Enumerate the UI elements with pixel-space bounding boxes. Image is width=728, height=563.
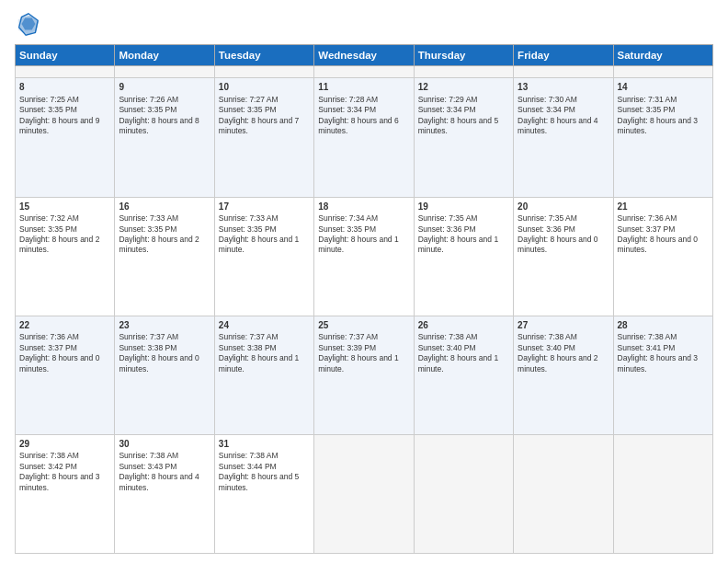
calendar-cell: 16Sunrise: 7:33 AMSunset: 3:35 PMDayligh… (115, 197, 214, 316)
sunrise-text: Sunrise: 7:31 AM (618, 95, 677, 104)
day-number: 30 (119, 438, 210, 451)
day-number: 23 (119, 319, 210, 332)
logo-icon (15, 11, 40, 37)
calendar-cell: 20Sunrise: 7:35 AMSunset: 3:36 PMDayligh… (514, 197, 613, 316)
sunset-text: Sunset: 3:44 PM (219, 462, 277, 471)
calendar-cell: 9Sunrise: 7:26 AMSunset: 3:35 PMDaylight… (115, 78, 214, 197)
sunrise-text: Sunrise: 7:37 AM (119, 332, 178, 341)
day-number: 10 (219, 81, 310, 94)
calendar-cell (613, 66, 712, 78)
daylight-text: Daylight: 8 hours and 2 minutes. (19, 235, 99, 254)
sunrise-text: Sunrise: 7:33 AM (119, 213, 178, 223)
sunrise-text: Sunrise: 7:37 AM (219, 332, 279, 341)
calendar-header-wednesday: Wednesday (314, 45, 414, 66)
day-number: 26 (418, 319, 509, 332)
sunrise-text: Sunrise: 7:35 AM (418, 213, 478, 223)
calendar-cell (16, 66, 115, 78)
sunrise-text: Sunrise: 7:34 AM (318, 213, 378, 223)
sunrise-text: Sunrise: 7:38 AM (618, 332, 677, 341)
sunrise-text: Sunrise: 7:36 AM (618, 213, 677, 223)
sunset-text: Sunset: 3:35 PM (219, 105, 277, 114)
page: SundayMondayTuesdayWednesdayThursdayFrid… (0, 0, 728, 563)
daylight-text: Daylight: 8 hours and 0 minutes. (618, 235, 698, 254)
sunset-text: Sunset: 3:34 PM (318, 105, 376, 114)
calendar-cell: 11Sunrise: 7:28 AMSunset: 3:34 PMDayligh… (314, 78, 414, 197)
daylight-text: Daylight: 8 hours and 4 minutes. (119, 472, 199, 491)
day-number: 25 (318, 319, 409, 332)
calendar-cell (514, 66, 613, 78)
calendar-cell: 30Sunrise: 7:38 AMSunset: 3:43 PMDayligh… (115, 434, 214, 553)
sunset-text: Sunset: 3:34 PM (418, 105, 476, 114)
logo (15, 11, 44, 37)
calendar-cell: 31Sunrise: 7:38 AMSunset: 3:44 PMDayligh… (214, 434, 313, 553)
calendar-header-tuesday: Tuesday (214, 45, 313, 66)
daylight-text: Daylight: 8 hours and 0 minutes. (19, 353, 99, 373)
sunset-text: Sunset: 3:35 PM (119, 105, 176, 114)
calendar-cell (514, 434, 613, 553)
calendar-table: SundayMondayTuesdayWednesdayThursdayFrid… (15, 44, 713, 554)
calendar-cell: 19Sunrise: 7:35 AMSunset: 3:36 PMDayligh… (414, 197, 513, 316)
sunset-text: Sunset: 3:40 PM (418, 343, 476, 352)
calendar-cell: 22Sunrise: 7:36 AMSunset: 3:37 PMDayligh… (16, 316, 115, 434)
calendar-week-row: 29Sunrise: 7:38 AMSunset: 3:42 PMDayligh… (16, 434, 713, 553)
calendar-week-row (16, 66, 713, 78)
calendar-header-saturday: Saturday (613, 45, 712, 66)
sunset-text: Sunset: 3:35 PM (318, 224, 376, 234)
daylight-text: Daylight: 8 hours and 3 minutes. (618, 353, 698, 373)
calendar-week-row: 22Sunrise: 7:36 AMSunset: 3:37 PMDayligh… (16, 316, 713, 434)
calendar-week-row: 15Sunrise: 7:32 AMSunset: 3:35 PMDayligh… (16, 197, 713, 316)
sunset-text: Sunset: 3:39 PM (318, 343, 376, 352)
daylight-text: Daylight: 8 hours and 1 minute. (318, 235, 398, 254)
day-number: 17 (219, 201, 310, 213)
sunset-text: Sunset: 3:35 PM (19, 224, 77, 234)
calendar-cell: 25Sunrise: 7:37 AMSunset: 3:39 PMDayligh… (314, 316, 414, 434)
calendar-cell (314, 66, 414, 78)
day-number: 12 (418, 81, 509, 94)
day-number: 19 (418, 201, 509, 213)
daylight-text: Daylight: 8 hours and 5 minutes. (219, 472, 299, 491)
calendar-header-friday: Friday (514, 45, 613, 66)
day-number: 24 (219, 319, 310, 332)
daylight-text: Daylight: 8 hours and 0 minutes. (518, 235, 597, 254)
sunrise-text: Sunrise: 7:28 AM (318, 95, 378, 104)
calendar-cell: 8Sunrise: 7:25 AMSunset: 3:35 PMDaylight… (16, 78, 115, 197)
calendar-cell (214, 66, 313, 78)
day-number: 9 (119, 81, 210, 94)
day-number: 22 (19, 319, 110, 332)
calendar-cell: 14Sunrise: 7:31 AMSunset: 3:35 PMDayligh… (613, 78, 712, 197)
sunset-text: Sunset: 3:42 PM (19, 462, 77, 471)
day-number: 16 (119, 201, 210, 213)
calendar-header-row: SundayMondayTuesdayWednesdayThursdayFrid… (16, 45, 713, 66)
sunrise-text: Sunrise: 7:26 AM (119, 95, 178, 104)
calendar-cell: 24Sunrise: 7:37 AMSunset: 3:38 PMDayligh… (214, 316, 313, 434)
calendar-cell (115, 66, 214, 78)
daylight-text: Daylight: 8 hours and 1 minute. (418, 353, 498, 373)
daylight-text: Daylight: 8 hours and 3 minutes. (618, 116, 698, 135)
calendar-cell: 28Sunrise: 7:38 AMSunset: 3:41 PMDayligh… (613, 316, 712, 434)
calendar-cell: 12Sunrise: 7:29 AMSunset: 3:34 PMDayligh… (414, 78, 513, 197)
calendar-cell (314, 434, 414, 553)
daylight-text: Daylight: 8 hours and 8 minutes. (119, 116, 199, 135)
sunset-text: Sunset: 3:38 PM (219, 343, 277, 352)
calendar-week-row: 8Sunrise: 7:25 AMSunset: 3:35 PMDaylight… (16, 78, 713, 197)
sunset-text: Sunset: 3:37 PM (19, 343, 77, 352)
daylight-text: Daylight: 8 hours and 2 minutes. (119, 235, 199, 254)
day-number: 11 (318, 81, 409, 94)
daylight-text: Daylight: 8 hours and 9 minutes. (19, 116, 99, 135)
day-number: 13 (518, 81, 609, 94)
sunrise-text: Sunrise: 7:33 AM (219, 213, 279, 223)
calendar-cell: 29Sunrise: 7:38 AMSunset: 3:42 PMDayligh… (16, 434, 115, 553)
sunset-text: Sunset: 3:43 PM (119, 462, 176, 471)
sunrise-text: Sunrise: 7:25 AM (19, 95, 79, 104)
sunset-text: Sunset: 3:41 PM (618, 343, 676, 352)
calendar-cell: 17Sunrise: 7:33 AMSunset: 3:35 PMDayligh… (214, 197, 313, 316)
sunrise-text: Sunrise: 7:36 AM (19, 332, 79, 341)
daylight-text: Daylight: 8 hours and 7 minutes. (219, 116, 299, 135)
sunset-text: Sunset: 3:35 PM (19, 105, 77, 114)
sunrise-text: Sunrise: 7:35 AM (518, 213, 577, 223)
sunset-text: Sunset: 3:36 PM (518, 224, 575, 234)
calendar-cell: 18Sunrise: 7:34 AMSunset: 3:35 PMDayligh… (314, 197, 414, 316)
calendar-cell: 23Sunrise: 7:37 AMSunset: 3:38 PMDayligh… (115, 316, 214, 434)
calendar-cell (613, 434, 712, 553)
day-number: 28 (618, 319, 709, 332)
